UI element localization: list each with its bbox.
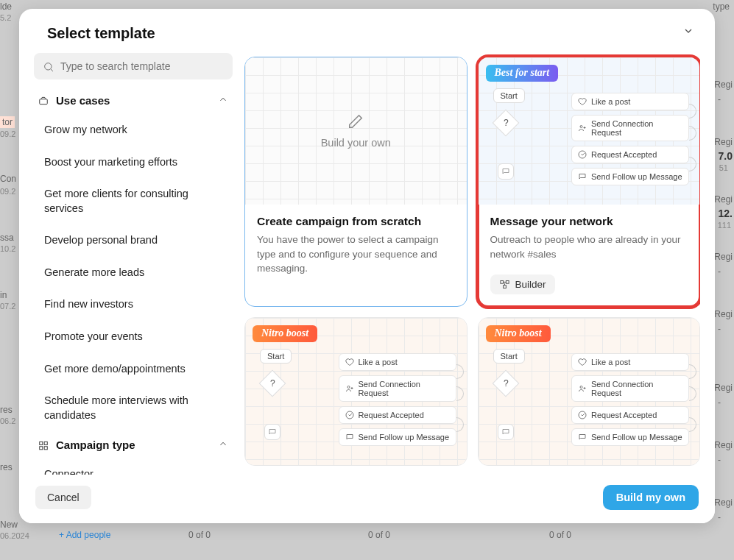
card-title: Create campaign from scratch (257, 215, 455, 228)
card-nitro-b[interactable]: Nitro boost Start ? Like a post Send Con… (478, 317, 701, 466)
bg-text: ssa (0, 233, 14, 243)
flow-steps: Like a post Send Connection Request Requ… (571, 353, 689, 446)
bg-text: Regi (714, 194, 733, 205)
svg-rect-13 (503, 286, 506, 288)
bg-text: 7.0 (719, 150, 733, 162)
bg-text: - (718, 455, 721, 465)
bg-text: Con (0, 174, 16, 184)
chevron-up-icon (216, 94, 230, 107)
svg-point-23 (579, 411, 586, 419)
card-message-network[interactable]: Best for start Start ? Like a post Send … (478, 57, 701, 307)
flow-decision: ? (492, 370, 519, 397)
search-icon (43, 61, 54, 73)
filter-demo-appointments[interactable]: Get more demo/appointments (34, 355, 233, 384)
search-input[interactable] (34, 53, 233, 79)
bg-text: in (0, 290, 7, 300)
svg-rect-5 (40, 446, 43, 449)
bg-text: 10.2 (0, 244, 15, 253)
bg-text: 07.2 (0, 302, 15, 311)
svg-point-20 (580, 386, 582, 389)
bg-text: 09.2 (0, 130, 15, 138)
bg-text: res (0, 405, 13, 415)
badge-best-for-start: Best for start (486, 65, 559, 82)
flow-step: Request Accepted (339, 406, 456, 424)
build-my-own-button[interactable]: Build my own (603, 485, 699, 510)
svg-point-7 (580, 126, 582, 128)
card-preview: Nitro boost Start ? Like a post Send Con… (245, 318, 467, 465)
bg-text: - (718, 397, 721, 408)
card-scratch[interactable]: Build your own Create campaign from scra… (244, 57, 467, 307)
filter-personal-brand[interactable]: Develop personal brand (34, 226, 233, 255)
flow-decision: ? (492, 110, 519, 137)
bg-text: 111 (718, 221, 731, 230)
bg-text: 12. (719, 208, 733, 219)
card-text: Create campaign from scratch You have th… (245, 205, 467, 288)
bg-text: Regi (714, 497, 733, 508)
chevron-up-icon (216, 439, 230, 451)
card-preview: Nitro boost Start ? Like a post Send Con… (479, 318, 700, 465)
flow-step: Like a post (571, 353, 689, 371)
bg-text: 51 (719, 163, 728, 172)
section-label: Use cases (56, 94, 110, 107)
chat-icon (498, 424, 514, 440)
flow-step: Request Accepted (571, 146, 689, 163)
bg-text: res (0, 462, 13, 472)
flow-start: Start (260, 349, 292, 364)
bg-text: lde (0, 1, 12, 12)
card-preview: Best for start Start ? Like a post Send … (479, 57, 700, 205)
build-label: Build your own (321, 137, 391, 149)
filter-grow-network[interactable]: Grow my network (34, 116, 233, 145)
svg-rect-6 (44, 446, 47, 449)
svg-line-1 (51, 69, 53, 71)
bg-text: Regi (714, 383, 733, 393)
builder-icon (499, 279, 510, 290)
section-campaign-type[interactable]: Campaign type (34, 433, 233, 457)
bg-text: - (718, 94, 721, 104)
flow-steps: Like a post Send Connection Request Requ… (571, 93, 689, 185)
filter-connector[interactable]: Connector (34, 460, 233, 475)
modal-footer: Cancel Build my own (19, 475, 715, 523)
cancel-button[interactable]: Cancel (35, 486, 91, 509)
bg-text: 0 of 0 (549, 530, 571, 540)
badge-nitro-boost: Nitro boost (253, 325, 317, 342)
bg-text: type (713, 1, 730, 12)
bg-text: Regi (714, 137, 733, 147)
card-title: Message your network (490, 215, 688, 228)
bg-text: - (718, 324, 721, 334)
flow-step: Send Follow up Message (571, 168, 689, 185)
bg-text: Regi (714, 440, 733, 450)
svg-rect-12 (506, 281, 509, 284)
card-nitro-a[interactable]: Nitro boost Start ? Like a post Send Con… (244, 317, 467, 466)
bg-text: + Add people (59, 530, 110, 540)
bg-text: 5.2 (0, 13, 11, 22)
svg-rect-2 (40, 99, 48, 104)
card-desc: Outreach to people who are already in yo… (490, 233, 688, 261)
bg-text: Regi (714, 79, 733, 90)
filter-consulting-clients[interactable]: Get more clients for consulting services (34, 180, 233, 223)
card-desc: You have the power to select a campaign … (257, 233, 455, 276)
svg-point-0 (45, 63, 52, 70)
page-title: Select template (47, 25, 155, 42)
flow-step: Request Accepted (571, 406, 689, 424)
svg-rect-4 (44, 442, 47, 444)
bg-text: - (718, 266, 721, 277)
pencil-icon (347, 113, 364, 130)
section-use-cases[interactable]: Use cases (34, 88, 233, 113)
filter-boost-marketing[interactable]: Boost your marketing efforts (34, 148, 233, 177)
bg-text: 09.2 (0, 187, 15, 196)
chat-icon (264, 424, 280, 440)
flow-decision: ? (259, 370, 286, 397)
flow-step: Send Connection Request (339, 375, 456, 402)
bg-text: 06.2024 (0, 531, 29, 540)
filter-more-leads[interactable]: Generate more leads (34, 258, 233, 288)
close-icon[interactable] (682, 25, 694, 40)
flow-step: Like a post (339, 353, 456, 371)
bg-text: 0 of 0 (188, 530, 211, 540)
filter-schedule-interviews[interactable]: Schedule more interviews with candidates (34, 386, 233, 430)
select-template-modal: Select template Use cases Grow my networ… (19, 9, 715, 523)
flow-start: Start (493, 88, 525, 103)
filter-promote-events[interactable]: Promote your events (34, 322, 233, 352)
sidebar: Use cases Grow my network Boost your mar… (34, 24, 233, 475)
filter-find-investors[interactable]: Find new investors (34, 290, 233, 319)
svg-rect-3 (40, 442, 43, 444)
